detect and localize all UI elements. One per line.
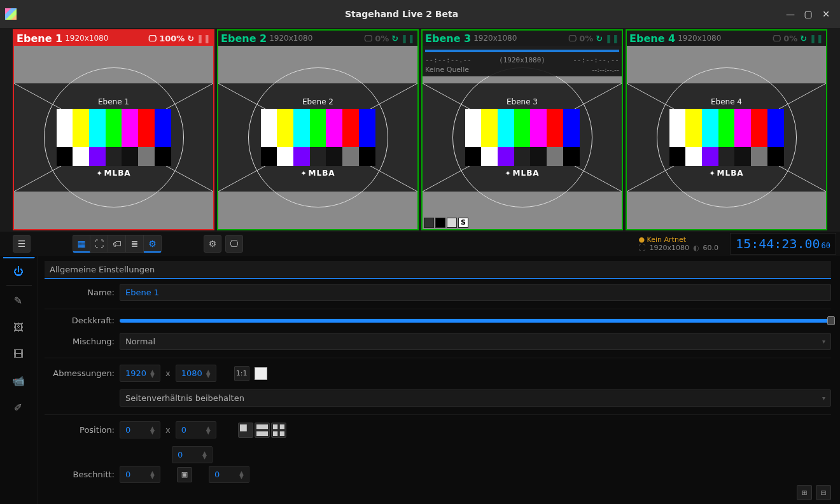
reload-icon[interactable]: ↻ <box>800 34 807 43</box>
close-button[interactable]: ✕ <box>817 5 835 23</box>
settings-button[interactable]: ⚙ <box>204 235 221 253</box>
pause-icon[interactable]: ❚❚ <box>197 34 211 43</box>
layer-opacity-pct: 0% <box>375 34 389 43</box>
brush-tab[interactable]: ✎ <box>3 287 35 314</box>
crop-view-tab[interactable]: ⛶ <box>90 235 108 253</box>
layer-header: Ebene 41920x1080🖵0%↻❚❚ <box>627 31 826 46</box>
crop-right-input[interactable]: 0 ▲▼ <box>209 466 249 483</box>
pause-icon[interactable]: ❚❚ <box>809 34 823 43</box>
swatch[interactable] <box>447 218 457 228</box>
mlba-logo: MLBA <box>669 169 784 178</box>
view-tabs: ▦ ⛶ 🏷 ≣ ⚙ <box>73 235 162 253</box>
sliders-view-tab[interactable]: ⚙ <box>144 235 162 253</box>
reload-icon[interactable]: ↻ <box>596 34 603 43</box>
layer-preview-4[interactable]: Ebene 41920x1080🖵0%↻❚❚Ebene 4MLBA <box>626 29 827 230</box>
section-title: Allgemeine Einstellungen <box>45 261 831 279</box>
test-label: Ebene 3 <box>465 97 580 106</box>
reload-icon[interactable]: ↻ <box>391 34 398 43</box>
image-tab[interactable]: 🖼 <box>3 314 35 340</box>
blend-select[interactable]: Normal <box>120 333 831 350</box>
crop-top-input[interactable]: 0 ▲▼ <box>172 446 213 463</box>
aspect-mode-value: Seitenverhältnis beibehalten <box>125 393 244 403</box>
anchor-grid[interactable] <box>271 423 286 438</box>
hamburger-menu-button[interactable]: ☰ <box>13 235 31 253</box>
layer-resolution: 1920x1080 <box>678 34 721 43</box>
eyedropper-tab[interactable]: ✐ <box>3 394 35 421</box>
svg-rect-11 <box>273 424 277 429</box>
width-input[interactable]: 1920 ▲▼ <box>120 365 160 382</box>
color-bars <box>465 109 580 147</box>
camera-tab[interactable]: 📹 <box>3 367 35 394</box>
color-bars <box>57 109 171 147</box>
main-toolbar: ☰ ▦ ⛶ 🏷 ≣ ⚙ ⚙ 🖵 Kein Artnet ⛶ 1920x1080 … <box>0 232 840 256</box>
monitor-button[interactable]: 🖵 <box>225 235 243 253</box>
swatch[interactable] <box>435 218 445 228</box>
anchor-tl[interactable] <box>238 423 253 438</box>
test-pattern: Ebene 2MLBA <box>218 83 417 192</box>
crop-left-input[interactable]: 0 ▲▼ <box>120 466 160 483</box>
titlebar: Stagehand Live 2 Beta — ▢ ✕ <box>0 0 840 28</box>
swatch[interactable]: S <box>458 218 468 228</box>
list-view-tab[interactable]: ≣ <box>126 235 144 253</box>
crop-tool-button[interactable]: ▣ <box>177 467 192 482</box>
layer-preview-1[interactable]: Ebene 11920x1080🖵100%↻❚❚Ebene 1MLBA <box>13 29 214 230</box>
mlba-logo: MLBA <box>57 169 171 178</box>
expand-button[interactable]: ⊞ <box>797 485 812 500</box>
pause-icon[interactable]: ❚❚ <box>605 34 619 43</box>
layer-header: Ebene 31920x1080🖵0%↻❚❚ <box>423 31 622 46</box>
tc-right-2: --:--:--.-- <box>592 66 619 74</box>
color-bars <box>669 109 784 147</box>
label-opacity: Deckkraft: <box>45 316 115 325</box>
svg-rect-9 <box>256 424 268 429</box>
tag-view-tab[interactable]: 🏷 <box>108 235 126 253</box>
grid-view-tab[interactable]: ▦ <box>73 235 90 253</box>
layer-name: Ebene 2 <box>221 32 267 45</box>
tc-left: --:--:--.-- <box>425 56 472 64</box>
opacity-slider[interactable] <box>120 319 831 323</box>
svg-rect-12 <box>280 424 284 429</box>
name-input[interactable]: Ebene 1 <box>120 284 831 301</box>
layer-opacity-pct: 0% <box>783 34 797 43</box>
window-title: Stagehand Live 2 Beta <box>22 9 781 19</box>
reload-icon[interactable]: ↻ <box>187 34 194 43</box>
aspect-lock-button[interactable]: 1:1 <box>234 366 249 381</box>
app-icon <box>5 8 17 20</box>
aspect-mode-select[interactable]: Seitenverhältnis beibehalten <box>120 389 831 407</box>
x-separator: x <box>165 368 171 378</box>
tool-buttons: ⚙ 🖵 <box>204 235 243 253</box>
layer-opacity-pct: 0% <box>579 34 593 43</box>
label-dimensions: Abmessungen: <box>45 368 115 378</box>
layer-name: Ebene 4 <box>629 32 675 45</box>
status-fps: 60.0 <box>703 244 719 252</box>
source-res: (1920x1080) <box>472 56 573 64</box>
no-source-label: Keine Quelle <box>425 66 469 74</box>
pause-icon[interactable]: ❚❚ <box>401 34 415 43</box>
pos-y-input[interactable]: 0 ▲▼ <box>176 421 216 438</box>
layer-preview-2[interactable]: Ebene 21920x1080🖵0%↻❚❚Ebene 2MLBA <box>217 29 419 230</box>
test-label: Ebene 4 <box>669 97 784 106</box>
power-tab[interactable]: ⏻ <box>3 257 35 284</box>
anchor-stack[interactable] <box>255 423 270 438</box>
layer-preview-3[interactable]: Ebene 31920x1080🖵0%↻❚❚Ebene 3MLBA--:--:-… <box>421 29 623 230</box>
color-bars-2 <box>261 147 375 166</box>
pos-x-input[interactable]: 0 ▲▼ <box>120 421 160 438</box>
svg-rect-13 <box>273 431 277 435</box>
color-bars-2 <box>465 147 580 166</box>
label-position: Position: <box>45 425 115 435</box>
layer-name: Ebene 1 <box>17 32 62 45</box>
mlba-logo: MLBA <box>261 169 375 178</box>
layer-body: Ebene 2MLBA <box>218 46 417 229</box>
maximize-button[interactable]: ▢ <box>799 5 817 23</box>
label-name: Name: <box>45 288 115 297</box>
color-bars-2 <box>669 147 784 166</box>
collapse-button[interactable]: ⊟ <box>816 485 831 500</box>
test-label: Ebene 1 <box>57 97 171 106</box>
minimize-button[interactable]: — <box>781 5 799 23</box>
film-tab[interactable]: 🎞 <box>3 340 35 367</box>
height-input[interactable]: 1080 ▲▼ <box>176 365 216 382</box>
color-swatch[interactable] <box>255 367 267 380</box>
side-tabs: ⏻ ✎ 🖼 🎞 📹 ✐ <box>0 256 38 504</box>
clock-frame: 60 <box>822 241 830 250</box>
properties-panel: ⏻ ✎ 🖼 🎞 📹 ✐ Allgemeine Einstellungen Nam… <box>0 256 840 504</box>
swatch[interactable] <box>424 218 434 228</box>
